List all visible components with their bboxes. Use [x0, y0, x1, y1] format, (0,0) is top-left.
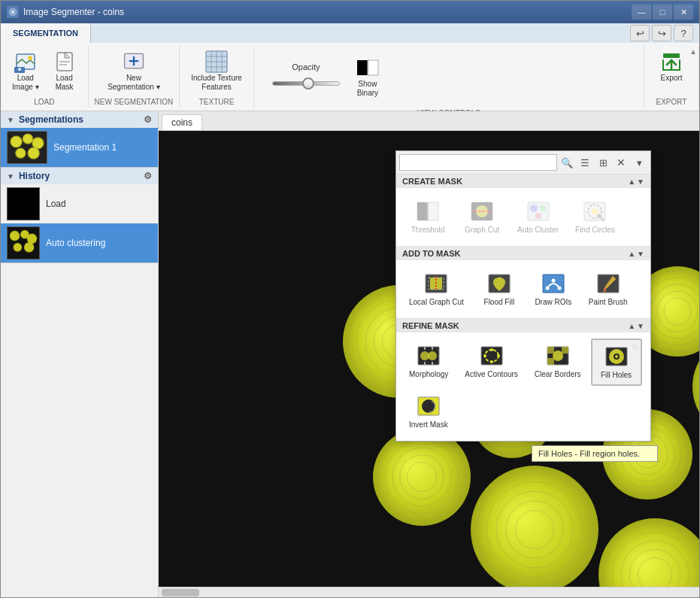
seg-header-gear[interactable]: ⚙	[144, 114, 152, 125]
local-graph-cut-icon	[423, 272, 450, 296]
popup-item-auto-cluster[interactable]: Auto Cluster	[511, 194, 565, 240]
popup-search-button[interactable]: 🔍	[559, 154, 575, 171]
minimize-button[interactable]: —	[632, 5, 651, 20]
popup-item-local-graph-cut[interactable]: Local Graph Cut	[402, 266, 471, 312]
refine-mask-items: Morphology	[396, 332, 650, 441]
history-item-load[interactable]: Load	[1, 184, 158, 223]
redo-button[interactable]: ↪	[652, 25, 671, 41]
popup-item-flood-fill[interactable]: Flood Fill	[474, 266, 525, 312]
create-mask-up-arrow[interactable]: ▲	[628, 178, 635, 186]
svg-rect-63	[547, 358, 554, 365]
popup-close-button[interactable]: ✕	[613, 154, 629, 171]
show-binary-label: ShowBinary	[357, 80, 378, 98]
clear-borders-label: Clear Borders	[535, 370, 581, 379]
opacity-thumb[interactable]	[302, 77, 314, 90]
graph-cut-icon	[468, 199, 495, 223]
popup-list-button[interactable]: ☰	[577, 154, 593, 171]
seg-item-1[interactable]: Segmentation 1	[1, 128, 158, 167]
left-panel: ▼ Segmentations ⚙ Segmentation 1 ▼	[1, 111, 159, 597]
refine-mask-section: REFINE MASK ▲ ▼	[396, 319, 650, 441]
history-header[interactable]: ▼ History ⚙	[1, 168, 158, 184]
refine-mask-up-arrow[interactable]: ▲	[628, 322, 635, 330]
popup-item-active-contours[interactable]: Active Contours	[458, 338, 525, 386]
image-area[interactable]: 🔍 ☰ ⊞ ✕ ▾ CREATE MASK ▲ ▼	[159, 131, 699, 587]
ribbon-tabs: SEGMENTATION ↩ ↪ ?	[1, 23, 699, 43]
popup-item-find-circles[interactable]: Find Circles	[568, 194, 622, 240]
opacity-slider-container[interactable]	[272, 76, 340, 91]
create-mask-header: CREATE MASK ▲ ▼	[396, 175, 650, 188]
popup-search-input[interactable]	[399, 154, 557, 171]
svg-point-45	[551, 279, 555, 283]
hist-collapse-arrow: ▼	[7, 172, 14, 181]
popup-item-clear-borders[interactable]: Clear Borders	[528, 338, 588, 386]
history-section: ▼ History ⚙ Load Auto clustering	[1, 168, 158, 263]
collapse-ribbon-button[interactable]: ▲	[689, 47, 697, 56]
maximize-button[interactable]: □	[653, 5, 672, 20]
refine-mask-down-arrow[interactable]: ▼	[637, 322, 644, 330]
history-header-title: History	[19, 171, 144, 181]
add-to-mask-section: ADD TO MASK ▲ ▼	[396, 247, 650, 319]
popup-expand-button[interactable]: ▾	[631, 154, 647, 171]
segmentations-list: Segmentation 1	[1, 128, 158, 167]
help-button[interactable]: ?	[674, 25, 693, 41]
ribbon-group-texture: Include TextureFeatures TEXTURE	[180, 46, 254, 108]
popup-item-draw-rois[interactable]: Draw ROIs	[528, 266, 579, 312]
add-to-mask-up-arrow[interactable]: ▲	[628, 250, 635, 258]
morphology-label: Morphology	[409, 370, 448, 379]
new-seg-label: NewSegmentation ▾	[108, 74, 160, 92]
load-group-label: LOAD	[34, 98, 54, 108]
svg-point-3	[28, 56, 32, 60]
history-header-gear[interactable]: ⚙	[144, 171, 152, 181]
load-mask-icon	[53, 50, 77, 74]
history-item-auto-clustering[interactable]: Auto clustering	[1, 223, 158, 263]
create-mask-down-arrow[interactable]: ▼	[637, 178, 644, 186]
new-seg-group-label: NEW SEGMENTATION	[95, 98, 174, 108]
fill-holes-tooltip: Fill Holes - Fill region holes.	[532, 445, 658, 462]
load-image-button[interactable]: LoadImage ▾	[7, 46, 44, 96]
fill-holes-label: Fill Holes	[601, 371, 632, 380]
close-button[interactable]: ✕	[674, 5, 693, 20]
add-to-mask-down-arrow[interactable]: ▼	[637, 250, 644, 258]
svg-rect-24	[417, 202, 428, 220]
auto-cluster-label: Auto Cluster	[517, 226, 559, 235]
popup-grid-button[interactable]: ⊞	[595, 154, 611, 171]
popup-item-morphology[interactable]: Morphology	[402, 338, 455, 386]
svg-rect-62	[562, 347, 568, 354]
seg-collapse-arrow: ▼	[7, 116, 14, 124]
svg-rect-5	[19, 68, 20, 71]
svg-point-28	[476, 205, 488, 217]
popup-item-paint-brush[interactable]: Paint Brush	[582, 266, 635, 312]
svg-rect-51	[432, 347, 433, 350]
history-list: Load Auto clustering	[1, 184, 158, 263]
horizontal-scrollbar[interactable]	[159, 587, 699, 597]
load-mask-button[interactable]: LoadMask	[47, 46, 82, 96]
popup-item-invert-mask[interactable]: Invert Mask	[402, 389, 455, 435]
export-label: Export	[661, 74, 683, 83]
threshold-icon	[414, 199, 441, 223]
popup-item-threshold[interactable]: Threshold	[402, 194, 453, 240]
export-icon	[659, 50, 683, 74]
popup-item-graph-cut[interactable]: Graph Cut	[456, 194, 508, 240]
scrollbar-thumb[interactable]	[162, 589, 199, 596]
new-segmentation-button[interactable]: NewSegmentation ▾	[102, 46, 165, 96]
include-texture-button[interactable]: Include TextureFeatures	[186, 46, 247, 96]
tab-coins[interactable]: coins	[162, 114, 202, 130]
main-area: ▼ Segmentations ⚙ Segmentation 1 ▼	[1, 111, 699, 597]
ribbon-tab-segmentation[interactable]: SEGMENTATION	[1, 23, 91, 44]
svg-point-58	[490, 348, 493, 351]
svg-point-69	[422, 399, 435, 413]
svg-rect-53	[432, 362, 433, 365]
find-circles-label: Find Circles	[575, 226, 615, 235]
export-button[interactable]: Export	[650, 46, 692, 87]
svg-rect-52	[424, 362, 426, 365]
texture-group-label: TEXTURE	[199, 98, 235, 108]
show-binary-button[interactable]: ShowBinary	[349, 52, 386, 102]
popup-search-bar: 🔍 ☰ ⊞ ✕ ▾	[396, 151, 650, 175]
app-icon	[7, 6, 19, 18]
refine-mask-title: REFINE MASK	[402, 321, 628, 330]
undo-button[interactable]: ↩	[630, 25, 650, 41]
new-seg-icon	[122, 50, 146, 74]
refine-mask-arrows: ▲ ▼	[628, 322, 644, 330]
segmentations-header[interactable]: ▼ Segmentations ⚙	[1, 111, 158, 128]
popup-item-fill-holes[interactable]: Fill Holes ☆	[591, 338, 642, 386]
